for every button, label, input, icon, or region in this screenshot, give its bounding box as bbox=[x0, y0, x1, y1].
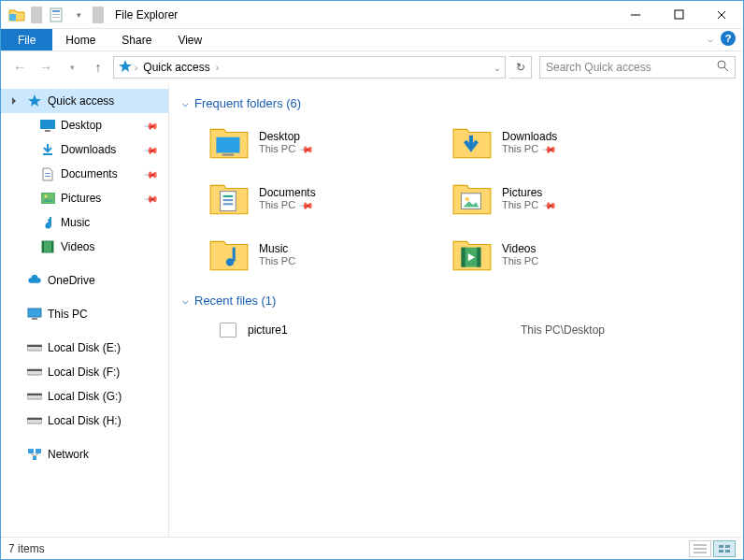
folder-tile-desktop[interactable]: DesktopThis PC📌 bbox=[208, 120, 442, 165]
details-view-button[interactable] bbox=[689, 540, 711, 557]
breadcrumb-item[interactable]: Quick access bbox=[139, 61, 213, 74]
maximize-button[interactable] bbox=[657, 1, 700, 29]
minimize-button[interactable] bbox=[614, 1, 657, 29]
separator bbox=[93, 7, 104, 23]
tree-item-videos[interactable]: Videos bbox=[1, 235, 168, 259]
svg-point-46 bbox=[465, 197, 469, 201]
svg-rect-33 bbox=[27, 418, 42, 420]
chevron-down-icon[interactable]: ⌵ bbox=[182, 294, 189, 307]
folder-name: Videos bbox=[502, 242, 538, 255]
folder-meta: DesktopThis PC📌 bbox=[259, 130, 312, 154]
music-folder-icon bbox=[208, 236, 250, 273]
tree-this-pc[interactable]: This PC bbox=[1, 302, 168, 326]
this-pc-icon bbox=[27, 307, 42, 322]
search-icon[interactable] bbox=[717, 60, 729, 75]
tree-item-documents[interactable]: Documents📌 bbox=[1, 162, 168, 186]
recent-file-row[interactable]: picture1This PC\Desktop bbox=[220, 317, 730, 343]
tree-quick-access[interactable]: Quick access bbox=[1, 89, 168, 113]
svg-rect-29 bbox=[27, 369, 42, 371]
ribbon-collapse-icon[interactable]: ⌵ bbox=[708, 34, 713, 44]
forward-button[interactable]: → bbox=[35, 56, 57, 79]
tree-label: Quick access bbox=[48, 94, 114, 108]
properties-icon[interactable] bbox=[46, 5, 66, 25]
folder-tile-music[interactable]: MusicThis PC bbox=[208, 232, 442, 277]
tree-item-music[interactable]: Music bbox=[1, 210, 168, 235]
recent-file-name: picture1 bbox=[248, 323, 509, 337]
refresh-button[interactable]: ↻ bbox=[509, 56, 532, 79]
svg-rect-34 bbox=[28, 449, 34, 453]
file-icon bbox=[220, 323, 236, 337]
svg-rect-23 bbox=[51, 241, 53, 252]
pin-icon: 📌 bbox=[299, 197, 314, 212]
address-history-icon[interactable]: ⌄ bbox=[494, 63, 501, 73]
view-tab[interactable]: View bbox=[165, 29, 215, 50]
video-icon bbox=[40, 239, 55, 254]
tree-label: Network bbox=[48, 448, 89, 461]
address-bar[interactable]: › Quick access › ⌄ bbox=[113, 56, 506, 79]
tree-label: Local Disk (F:) bbox=[48, 366, 120, 379]
search-box[interactable] bbox=[539, 56, 736, 79]
share-tab[interactable]: Share bbox=[108, 29, 165, 50]
tree-item-disk[interactable]: Local Disk (G:) bbox=[1, 384, 168, 409]
pin-icon: 📌 bbox=[542, 141, 557, 156]
recent-locations-button[interactable]: ▾ bbox=[61, 56, 83, 79]
svg-rect-35 bbox=[36, 449, 41, 453]
tree-label: This PC bbox=[48, 308, 88, 321]
document-folder-icon bbox=[208, 179, 250, 217]
tree-item-pictures[interactable]: Pictures📌 bbox=[1, 186, 168, 210]
search-input[interactable] bbox=[546, 61, 717, 74]
section-title: Recent files (1) bbox=[194, 294, 276, 308]
folder-tile-documents[interactable]: DocumentsThis PC📌 bbox=[208, 176, 442, 221]
tree-item-desktop[interactable]: Desktop📌 bbox=[1, 113, 168, 137]
chevron-right-icon[interactable]: › bbox=[216, 63, 219, 73]
window-title: File Explorer bbox=[115, 8, 614, 22]
folder-tile-pictures[interactable]: PicturesThis PC📌 bbox=[451, 176, 685, 221]
navigation-bar: ← → ▾ ↑ › Quick access › ⌄ ↻ bbox=[1, 51, 743, 83]
disk-icon bbox=[27, 340, 42, 355]
qat-dropdown-icon[interactable]: ▾ bbox=[68, 5, 89, 25]
folder-location: This PC📌 bbox=[502, 199, 555, 210]
svg-rect-17 bbox=[45, 176, 50, 177]
pin-icon: 📌 bbox=[144, 142, 159, 157]
tree-item-disk[interactable]: Local Disk (F:) bbox=[1, 360, 168, 384]
help-icon[interactable]: ? bbox=[721, 31, 736, 46]
large-icons-view-button[interactable] bbox=[713, 540, 736, 557]
title-bar: ▾ File Explorer bbox=[1, 1, 743, 29]
tree-network[interactable]: Network bbox=[1, 442, 168, 467]
quick-access-icon bbox=[27, 93, 42, 108]
picture-folder-icon bbox=[451, 179, 493, 217]
up-button[interactable]: ↑ bbox=[87, 56, 109, 79]
folder-meta: MusicThis PC bbox=[259, 242, 295, 266]
svg-rect-50 bbox=[477, 248, 480, 267]
navigation-pane[interactable]: Quick access Desktop📌Downloads📌Documents… bbox=[1, 83, 169, 537]
chevron-down-icon[interactable]: ⌵ bbox=[182, 97, 189, 109]
back-button[interactable]: ← bbox=[8, 56, 31, 79]
svg-line-11 bbox=[724, 67, 728, 71]
frequent-folders-header[interactable]: ⌵ Frequent folders (6) bbox=[182, 96, 730, 110]
recent-files-header[interactable]: ⌵ Recent files (1) bbox=[182, 294, 730, 308]
music-icon bbox=[40, 215, 55, 230]
svg-rect-2 bbox=[52, 10, 60, 12]
pin-icon: 📌 bbox=[144, 118, 159, 133]
tree-item-downloads[interactable]: Downloads📌 bbox=[1, 137, 168, 162]
ribbon-right: ⌵ ? bbox=[708, 31, 736, 46]
tree-onedrive[interactable]: OneDrive bbox=[1, 268, 168, 293]
tree-label: Pictures bbox=[61, 192, 101, 205]
home-tab[interactable]: Home bbox=[52, 29, 108, 50]
disk-icon bbox=[27, 413, 42, 428]
tree-item-disk[interactable]: Local Disk (H:) bbox=[1, 409, 168, 433]
section-title: Frequent folders (6) bbox=[194, 96, 301, 110]
pin-icon: 📌 bbox=[144, 166, 159, 181]
chevron-right-icon[interactable]: › bbox=[135, 63, 137, 73]
file-tab[interactable]: File bbox=[1, 29, 52, 50]
content-pane[interactable]: ⌵ Frequent folders (6) DesktopThis PC📌Do… bbox=[169, 83, 743, 537]
folder-tile-downloads[interactable]: DownloadsThis PC📌 bbox=[451, 120, 685, 165]
svg-rect-36 bbox=[33, 456, 36, 460]
close-button[interactable] bbox=[700, 1, 743, 29]
folder-tile-videos[interactable]: VideosThis PC bbox=[451, 232, 685, 277]
svg-rect-16 bbox=[45, 173, 50, 174]
separator bbox=[31, 7, 42, 23]
svg-rect-13 bbox=[40, 120, 55, 129]
svg-rect-43 bbox=[223, 199, 233, 201]
tree-item-disk[interactable]: Local Disk (E:) bbox=[1, 336, 168, 360]
